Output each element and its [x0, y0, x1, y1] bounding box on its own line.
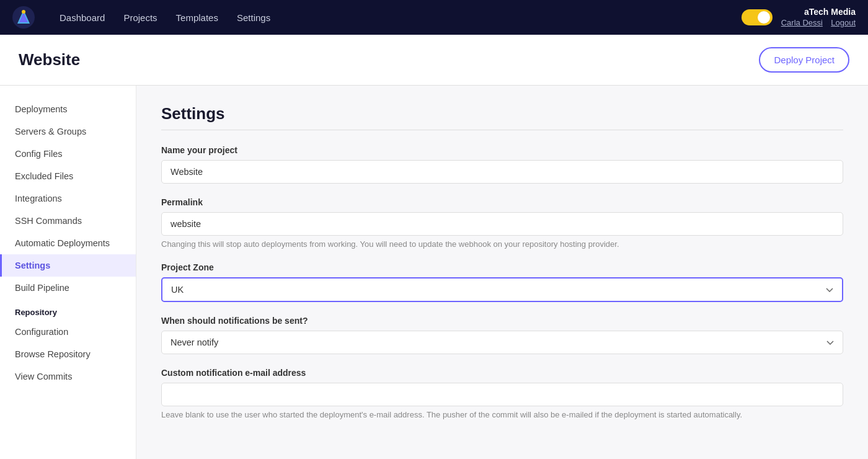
project-zone-group: Project Zone UK US EU AU [161, 262, 843, 302]
sidebar-item-configuration[interactable]: Configuration [0, 321, 136, 343]
sidebar-item-automatic-deployments[interactable]: Automatic Deployments [0, 232, 136, 254]
sidebar-item-browse-repository[interactable]: Browse Repository [0, 343, 136, 365]
deploy-project-button[interactable]: Deploy Project [759, 47, 849, 73]
theme-toggle[interactable] [742, 9, 773, 25]
sidebar-item-integrations[interactable]: Integrations [0, 187, 136, 210]
user-sub: Carla Dessi [781, 18, 823, 27]
project-zone-label: Project Zone [161, 262, 843, 272]
sidebar-item-deployments[interactable]: Deployments [0, 98, 136, 120]
project-name-input[interactable] [161, 160, 843, 184]
sidebar-item-excluded-files[interactable]: Excluded Files [0, 165, 136, 187]
project-name-label: Name your project [161, 145, 843, 155]
permalink-hint: Changing this will stop auto deployments… [161, 239, 843, 249]
nav-links: Dashboard Projects Templates Settings [60, 12, 723, 23]
page-header: Website Deploy Project [0, 35, 868, 86]
project-name-group: Name your project [161, 145, 843, 184]
logout-link[interactable]: Logout [831, 18, 856, 27]
nav-settings[interactable]: Settings [237, 12, 270, 23]
nav-dashboard[interactable]: Dashboard [60, 12, 105, 23]
sidebar-item-config-files[interactable]: Config Files [0, 143, 136, 165]
logo[interactable] [12, 6, 35, 29]
top-right-area: aTech Media Carla Dessi Logout [742, 7, 856, 28]
email-label: Custom notification e-mail address [161, 368, 843, 378]
section-divider [161, 130, 843, 130]
user-name: aTech Media [781, 7, 856, 17]
email-input[interactable] [161, 383, 843, 406]
sidebar-item-servers-groups[interactable]: Servers & Groups [0, 120, 136, 143]
project-zone-select[interactable]: UK US EU AU [161, 277, 843, 302]
notifications-group: When should notifications be sent? Never… [161, 316, 843, 354]
repository-section-title: Repository [0, 299, 136, 321]
svg-point-3 [22, 10, 25, 14]
permalink-input[interactable] [161, 212, 843, 236]
user-info: aTech Media Carla Dessi Logout [781, 7, 856, 28]
nav-projects[interactable]: Projects [123, 12, 157, 23]
main-content: Settings Name your project Permalink Cha… [136, 86, 868, 459]
email-group: Custom notification e-mail address Leave… [161, 368, 843, 419]
toggle-knob [758, 11, 770, 24]
top-navigation: Dashboard Projects Templates Settings aT… [0, 0, 868, 35]
notifications-select[interactable]: Never notify Always notify Only on failu… [161, 331, 843, 354]
permalink-label: Permalink [161, 197, 843, 207]
sidebar-item-settings[interactable]: Settings [0, 254, 136, 277]
sidebar-item-view-commits[interactable]: View Commits [0, 365, 136, 388]
sidebar-item-ssh-commands[interactable]: SSH Commands [0, 210, 136, 232]
permalink-group: Permalink Changing this will stop auto d… [161, 197, 843, 249]
nav-templates[interactable]: Templates [176, 12, 218, 23]
main-layout: Deployments Servers & Groups Config File… [0, 86, 868, 459]
page-title: Website [19, 50, 80, 69]
email-hint: Leave blank to use the user who started … [161, 410, 843, 419]
sidebar-item-build-pipeline[interactable]: Build Pipeline [0, 277, 136, 299]
content-title: Settings [161, 104, 843, 123]
notifications-label: When should notifications be sent? [161, 316, 843, 326]
sidebar: Deployments Servers & Groups Config File… [0, 86, 136, 459]
